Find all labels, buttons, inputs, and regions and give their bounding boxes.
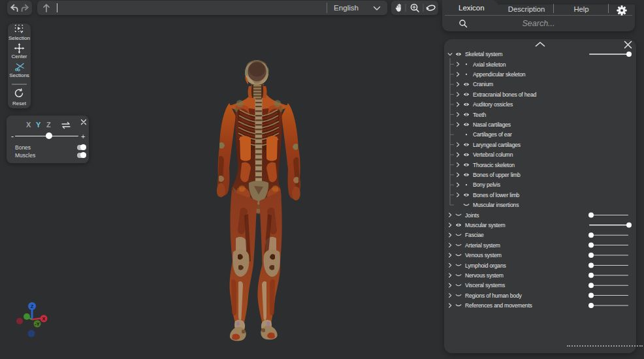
svg-text:Lymphoid organs: Lymphoid organs (465, 262, 506, 269)
svg-text:Skeletal system: Skeletal system (465, 51, 502, 57)
svg-text:Venous system: Venous system (465, 252, 502, 258)
svg-text:-Y: -Y (35, 321, 40, 327)
svg-text:Bones of lower limb: Bones of lower limb (473, 192, 520, 198)
svg-text:Muscular insertions: Muscular insertions (473, 202, 519, 208)
svg-text:Regions of human body: Regions of human body (465, 292, 522, 299)
svg-text:Reset: Reset (12, 101, 27, 106)
svg-text:Axial skeleton: Axial skeleton (473, 61, 506, 68)
svg-text:Nervous system: Nervous system (465, 272, 504, 279)
svg-text:Joints: Joints (465, 212, 479, 219)
svg-text:Vertebral column: Vertebral column (473, 151, 513, 158)
svg-text:Cranium: Cranium (473, 81, 493, 87)
svg-text:Fasciae: Fasciae (465, 232, 484, 238)
svg-text:Arterial system: Arterial system (465, 242, 500, 249)
svg-text:Nasal cartilages: Nasal cartilages (473, 121, 511, 128)
svg-text:References and movements: References and movements (465, 302, 532, 309)
svg-text:Appendicular skeleton: Appendicular skeleton (473, 71, 526, 78)
svg-text:Z: Z (31, 304, 34, 309)
svg-text:Bony pelvis: Bony pelvis (473, 181, 500, 188)
svg-text:Extracranial bones of head: Extracranial bones of head (473, 91, 536, 98)
svg-text:Laryngeal cartilages: Laryngeal cartilages (473, 142, 521, 148)
svg-text:Auditory ossicles: Auditory ossicles (473, 101, 513, 108)
svg-text:Visceral systems: Visceral systems (465, 282, 505, 289)
svg-text:Selection: Selection (8, 35, 30, 41)
svg-text:Teeth: Teeth (473, 112, 486, 118)
svg-text:Thoracic skeleton: Thoracic skeleton (473, 162, 515, 168)
svg-text:Bones of upper limb: Bones of upper limb (473, 172, 521, 178)
svg-text:X: X (42, 316, 45, 322)
svg-text:Cartilages of ear: Cartilages of ear (473, 131, 512, 138)
svg-text:Sections: Sections (9, 72, 29, 78)
svg-text:Muscular system: Muscular system (465, 222, 506, 228)
svg-text:Center: Center (11, 54, 27, 59)
